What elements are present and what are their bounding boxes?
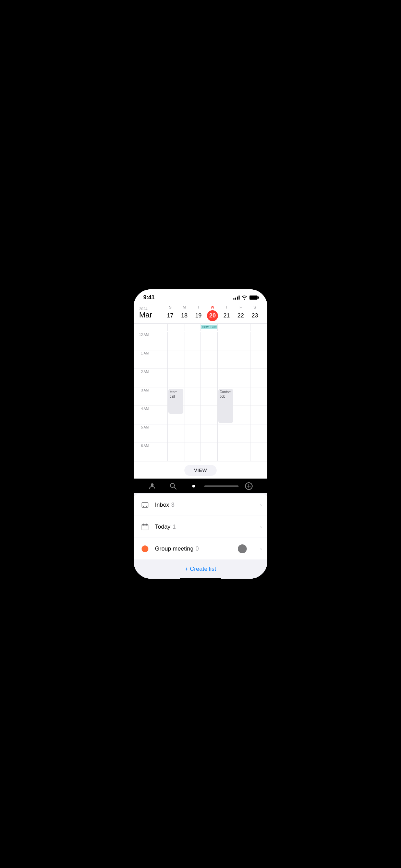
- list-item-today[interactable]: Today 1 ›: [134, 516, 267, 538]
- time-cell-3-5: [234, 387, 251, 406]
- time-row-6-am: 6 AM: [134, 443, 267, 461]
- person-icon[interactable]: [142, 482, 163, 490]
- svg-point-0: [151, 483, 154, 486]
- reminders-section: Inbox 3 › Today 1 ›: [134, 493, 267, 579]
- time-cell-5-5: [234, 424, 251, 443]
- week-days-header: S17M18T19W20T21F22S23: [163, 305, 262, 321]
- time-row-5-am: 5 AM: [134, 424, 267, 443]
- status-icons: [233, 296, 258, 300]
- inbox-title: Inbox: [155, 502, 169, 508]
- all-day-cells: new team: [151, 324, 267, 331]
- view-button[interactable]: VIEW: [184, 465, 217, 476]
- time-cell-2-2: [184, 369, 201, 387]
- group-meeting-icon: [139, 543, 151, 555]
- time-cell-2-6: [251, 369, 267, 387]
- battery-icon: [249, 296, 258, 300]
- wifi-icon: [242, 296, 247, 300]
- time-cell-0-5: [234, 332, 251, 350]
- time-cell-4-2: [184, 406, 201, 424]
- group-meeting-count: 0: [195, 545, 198, 552]
- time-row-4-am: 4 AM: [134, 406, 267, 424]
- all-day-cell-5: [234, 324, 251, 331]
- year-month: 2024 Mar: [139, 307, 156, 319]
- day-col-17: S17: [163, 305, 177, 321]
- time-cell-4-6: [251, 406, 267, 424]
- day-col-18: M18: [177, 305, 191, 321]
- search-icon[interactable]: [163, 482, 184, 490]
- time-cell-0-3: [201, 332, 217, 350]
- time-cell-5-0: [151, 424, 168, 443]
- home-pill-toolbar: [204, 485, 239, 487]
- time-cell-2-3: [201, 369, 217, 387]
- time-cell-6-6: [251, 443, 267, 461]
- svg-line-2: [174, 487, 176, 490]
- time-cell-5-6: [251, 424, 267, 443]
- all-day-cell-3: new team: [201, 324, 217, 331]
- svg-rect-7: [142, 525, 148, 530]
- all-day-event-new-team[interactable]: new team: [201, 325, 217, 329]
- dot-indicator: [183, 485, 204, 487]
- time-cell-4-0: [151, 406, 168, 424]
- create-list-row: + Create list: [134, 560, 267, 578]
- time-cell-1-5: [234, 350, 251, 369]
- time-cell-3-3: [201, 387, 217, 406]
- time-cell-1-4: [218, 350, 234, 369]
- day-col-21: T21: [220, 305, 234, 321]
- time-cell-1-2: [184, 350, 201, 369]
- all-day-cell-0: [151, 324, 168, 331]
- drag-dot: [238, 544, 247, 553]
- view-button-row: VIEW: [134, 461, 267, 479]
- time-cell-5-1: [168, 424, 184, 443]
- time-cell-2-0: [151, 369, 168, 387]
- time-cell-6-1: [168, 443, 184, 461]
- list-item-group-meeting[interactable]: Group meeting 0 ›: [134, 538, 267, 559]
- today-title: Today: [155, 523, 170, 530]
- day-col-22: F22: [234, 305, 248, 321]
- time-cell-3-6: [251, 387, 267, 406]
- today-icon: [139, 521, 151, 533]
- time-cell-1-3: [201, 350, 217, 369]
- time-cell-0-0: [151, 332, 168, 350]
- time-cell-0-6: [251, 332, 267, 350]
- group-meeting-title: Group meeting: [155, 545, 193, 552]
- time-cell-3-0: [151, 387, 168, 406]
- time-cell-3-4: Contact bob: [218, 387, 234, 406]
- time-cell-0-2: [184, 332, 201, 350]
- time-cell-6-4: [218, 443, 234, 461]
- app-toolbar: [134, 479, 267, 493]
- time-cell-2-5: [234, 369, 251, 387]
- all-day-cell-2: [184, 324, 201, 331]
- time-row-3-am: 3 AMteam callContact bob: [134, 387, 267, 406]
- time-cell-4-3: [201, 406, 217, 424]
- time-row-1-am: 1 AM: [134, 350, 267, 369]
- inbox-chevron: ›: [260, 502, 262, 508]
- day-col-20: W20: [205, 305, 219, 321]
- day-col-19: T19: [191, 305, 205, 321]
- cal-event-contact-bob[interactable]: Contact bob: [218, 389, 233, 423]
- time-cell-1-0: [151, 350, 168, 369]
- today-count: 1: [172, 523, 175, 530]
- time-cell-4-5: [234, 406, 251, 424]
- all-day-row: new team: [134, 324, 267, 332]
- list-item-inbox[interactable]: Inbox 3 ›: [134, 494, 267, 516]
- time-cell-6-5: [234, 443, 251, 461]
- svg-point-11: [142, 545, 148, 552]
- time-row-2-am: 2 AM: [134, 369, 267, 387]
- calendar-header: 2024 Mar S17M18T19W20T21F22S23: [134, 302, 267, 324]
- svg-rect-6: [142, 503, 148, 507]
- month-label: Mar: [139, 311, 156, 319]
- time-cell-0-4: [218, 332, 234, 350]
- create-list-button[interactable]: + Create list: [185, 566, 216, 572]
- time-cell-3-1: team call: [168, 387, 184, 406]
- status-bar: 9:41: [134, 289, 267, 302]
- cal-event-team-call[interactable]: team call: [168, 389, 183, 414]
- time-row-12-am: 12 AM: [134, 332, 267, 350]
- home-indicator: [134, 578, 267, 579]
- time-cell-6-3: [201, 443, 217, 461]
- day-col-23: S23: [248, 305, 262, 321]
- group-meeting-chevron: ›: [260, 546, 262, 552]
- time-cell-1-6: [251, 350, 267, 369]
- add-icon[interactable]: [239, 482, 259, 490]
- time-cell-1-1: [168, 350, 184, 369]
- inbox-count: 3: [171, 502, 174, 508]
